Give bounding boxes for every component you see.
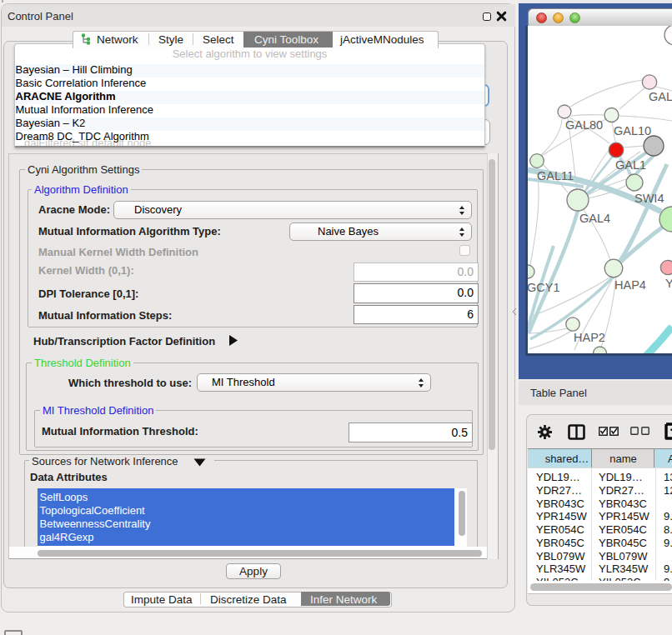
svg-text:GCY1: GCY1 (528, 281, 560, 294)
svg-text:GAL7: GAL7 (649, 90, 672, 103)
svg-text:SWI4: SWI4 (634, 192, 664, 205)
svg-text:GAL1: GAL1 (615, 158, 646, 172)
svg-text:GAL80: GAL80 (565, 118, 603, 132)
svg-text:GAL4: GAL4 (579, 212, 610, 225)
svg-text:HAP2: HAP2 (574, 331, 605, 344)
svg-text:GAL10: GAL10 (614, 124, 651, 138)
svg-text:HAP4: HAP4 (614, 278, 646, 292)
svg-text:Y: Y (665, 277, 672, 290)
svg-text:GAL11: GAL11 (537, 169, 574, 182)
